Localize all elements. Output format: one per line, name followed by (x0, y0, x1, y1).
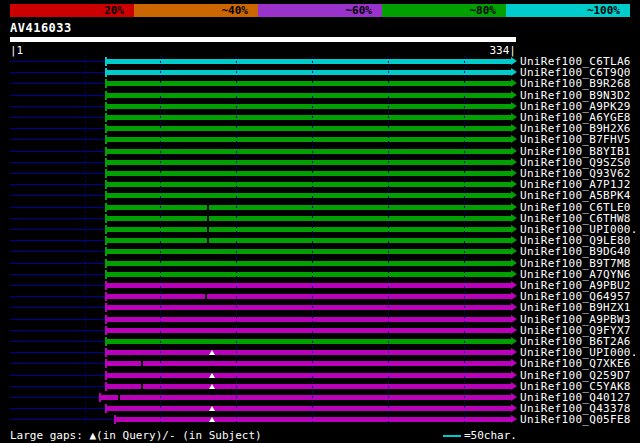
alignment-label[interactable]: UniRef100_B9DG40 (520, 246, 631, 257)
alignment-bar[interactable] (106, 249, 512, 254)
gap-tick (118, 394, 120, 401)
alignment-bar[interactable] (106, 149, 512, 154)
alignment-bar[interactable] (106, 283, 512, 288)
bar-start-tick (105, 191, 107, 200)
unaligned-lead-line (10, 397, 100, 398)
alignment-label[interactable]: UniRef100_A5BPK4 (520, 190, 631, 201)
unaligned-lead-line (10, 352, 106, 353)
bar-start-tick (105, 337, 107, 346)
bar-start-tick (105, 91, 107, 100)
alignment-bar[interactable] (106, 294, 512, 299)
alignment-bar[interactable] (106, 350, 512, 355)
alignment-bar[interactable] (106, 227, 512, 232)
alignment-bar[interactable] (106, 104, 512, 109)
alignment-row: UniRef100_B9HZX1 (0, 302, 640, 313)
color-key-segment: 20% (10, 4, 134, 17)
bar-start-tick (105, 57, 107, 66)
bar-start-tick (105, 203, 107, 212)
alignment-bar[interactable] (106, 361, 512, 366)
alignment-label[interactable]: UniRef100_Q7XKE6 (520, 358, 631, 369)
alignment-row: UniRef100_B9R268 (0, 78, 640, 89)
alignment-bar[interactable] (106, 182, 512, 187)
unaligned-lead-line (10, 375, 106, 376)
large-gaps-note: Large gaps: ▲(in Query)/- (in Subject) (10, 429, 262, 442)
alignment-bar[interactable] (106, 373, 512, 378)
unaligned-lead-line (10, 263, 106, 264)
alignment-bar[interactable] (106, 261, 512, 266)
alignment-bar[interactable] (106, 216, 512, 221)
bar-end-arrow-icon (511, 303, 517, 311)
bar-start-tick (105, 214, 107, 223)
bar-end-arrow-icon (511, 393, 517, 401)
bar-start-tick (105, 359, 107, 368)
unaligned-lead-line (10, 296, 106, 297)
unaligned-lead-line (10, 386, 106, 387)
alignment-bar[interactable] (100, 395, 512, 400)
bar-start-tick (105, 247, 107, 256)
unaligned-lead-line (10, 319, 106, 320)
unaligned-lead-line (10, 251, 106, 252)
unaligned-lead-line (10, 195, 106, 196)
bar-end-arrow-icon (511, 382, 517, 390)
bar-end-arrow-icon (511, 169, 517, 177)
alignment-bar[interactable] (106, 59, 512, 64)
alignment-row: UniRef100_B7FHV5 (0, 134, 640, 145)
alignment-label[interactable]: UniRef100_B7FHV5 (520, 134, 631, 145)
unaligned-lead-line (10, 240, 106, 241)
bar-start-tick (105, 281, 107, 290)
gridline-50char (464, 56, 465, 426)
alignment-label[interactable]: UniRef100_Q05FE8 (520, 414, 631, 425)
bar-end-arrow-icon (511, 135, 517, 143)
alignment-bar[interactable] (106, 339, 512, 344)
bar-start-tick (105, 113, 107, 122)
gap-tick (207, 204, 209, 211)
bar-start-tick (114, 415, 116, 424)
gap-tick (207, 226, 209, 233)
unaligned-lead-line (10, 419, 115, 420)
unaligned-lead-line (10, 207, 106, 208)
bar-end-arrow-icon (511, 236, 517, 244)
bar-end-arrow-icon (511, 292, 517, 300)
gridline-50char (85, 56, 86, 426)
alignment-label[interactable]: UniRef100_B9R268 (520, 78, 631, 89)
query-bar (10, 37, 516, 42)
bar-start-tick (105, 382, 107, 391)
unaligned-lead-line (10, 128, 106, 129)
large-gap-triangle-icon (209, 350, 215, 355)
gridline-50char (388, 56, 389, 426)
bar-start-tick (105, 303, 107, 312)
alignment-bar[interactable] (106, 317, 512, 322)
alignment-bar[interactable] (106, 328, 512, 333)
alignment-bar[interactable] (106, 406, 512, 411)
alignment-bar[interactable] (106, 115, 512, 120)
color-key-segment: ~100% (506, 4, 630, 17)
bar-start-tick (99, 393, 101, 402)
bar-end-arrow-icon (511, 371, 517, 379)
alignment-bar[interactable] (106, 384, 512, 389)
alignment-bar[interactable] (106, 81, 512, 86)
bar-start-tick (105, 236, 107, 245)
alignment-bar[interactable] (106, 126, 512, 131)
color-key-segment: ~60% (258, 4, 382, 17)
bar-start-tick (105, 259, 107, 268)
color-key-segment: ~80% (382, 4, 506, 17)
alignment-bar[interactable] (106, 305, 512, 310)
alignment-bar[interactable] (106, 238, 512, 243)
large-gap-triangle-icon (209, 384, 215, 389)
alignment-bar[interactable] (106, 272, 512, 277)
alignment-bar[interactable] (106, 160, 512, 165)
alignment-bar[interactable] (106, 205, 512, 210)
alignment-row: UniRef100_A5BPK4 (0, 190, 640, 201)
alignment-bar[interactable] (106, 137, 512, 142)
alignment-bar[interactable] (106, 193, 512, 198)
alignment-bar[interactable] (106, 93, 512, 98)
query-title: AV416033 (10, 21, 72, 35)
alignment-bar[interactable] (106, 70, 512, 75)
unaligned-lead-line (10, 151, 106, 152)
bar-start-tick (105, 102, 107, 111)
alignment-bar[interactable] (106, 171, 512, 176)
unaligned-lead-line (10, 307, 106, 308)
bar-end-arrow-icon (511, 348, 517, 356)
alignment-label[interactable]: UniRef100_B9HZX1 (520, 302, 631, 313)
bar-start-tick (105, 68, 107, 77)
